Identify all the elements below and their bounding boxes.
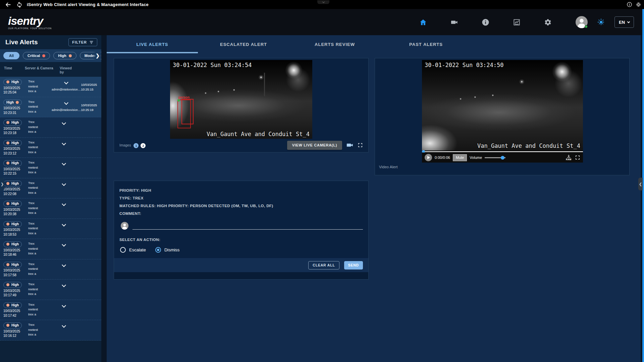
live-camera-icon[interactable] <box>346 141 354 149</box>
filter-icon <box>89 40 94 45</box>
main-panel: LIVE ALERTSESCALATED ALERTALERTS REVIEWP… <box>107 35 641 362</box>
view-live-camera-button[interactable]: VIEW LIVE CAMERA(L) <box>287 141 342 150</box>
video-caption: Van_Gaunt Ave and Conduit St_4 <box>477 142 580 149</box>
nav-cameras-icon[interactable] <box>450 18 458 26</box>
alert-row[interactable]: High10/03/202510:25:04Trexreetesttrex aa… <box>0 77 101 97</box>
alert-row[interactable]: High10/03/202510:23:18Trexreetesttrex a <box>0 117 101 138</box>
viewed-by-user: admin@intelexvision.... <box>52 88 81 91</box>
filter-chip-critical[interactable]: Critical <box>23 52 50 59</box>
priority-badge: High <box>3 282 22 288</box>
refresh-icon[interactable] <box>16 1 23 8</box>
viewed-timestamp <box>76 262 99 278</box>
expand-chevron-icon[interactable] <box>62 283 66 287</box>
app-header: isentry OUR PLATFORM, YOUR SOLUTION EN <box>0 9 644 35</box>
viewed-timestamp <box>76 221 99 237</box>
column-time: Time <box>4 66 25 74</box>
alert-row[interactable]: High10/03/202510:17:49Trexreetesttrex a <box>0 280 101 300</box>
alert-snapshot-image[interactable]: 30-01-2022 Sun 03:24:54 Van_Gaunt Ave an… <box>170 60 312 139</box>
volume-slider[interactable] <box>485 157 505 158</box>
server-camera-cell: Trexreetesttrex a <box>24 181 52 196</box>
nav-icons <box>419 18 552 26</box>
user-avatar[interactable] <box>576 16 588 28</box>
expand-chevron-icon[interactable] <box>62 141 66 145</box>
expand-chevron-icon[interactable] <box>62 161 66 166</box>
alert-video-frame[interactable]: 30-01-2022 Sun 03:24:50 Van_Gaunt Ave an… <box>422 60 583 150</box>
alert-row[interactable]: High10/03/202510:17:58Trexreetesttrex a <box>0 259 101 280</box>
viewed-timestamp <box>76 282 99 298</box>
server-camera-cell: Trexreetesttrex a <box>24 221 52 237</box>
alert-row[interactable]: High10/03/202510:22:08Trexreetesttrex a <box>0 178 101 199</box>
mute-button[interactable]: Mute <box>453 154 467 161</box>
nav-info-icon[interactable] <box>482 18 489 26</box>
expand-chevron-icon[interactable] <box>62 303 66 308</box>
back-icon[interactable] <box>5 1 11 8</box>
collapse-icon[interactable] <box>636 2 641 7</box>
panel-collapse-handle[interactable]: ❮ <box>638 178 643 190</box>
radio-escalate[interactable]: Escalate <box>120 247 146 253</box>
volume-knob[interactable] <box>501 156 504 160</box>
filter-chip-high[interactable]: High <box>53 52 76 59</box>
viewed-timestamp <box>76 322 99 338</box>
window-drag-tab[interactable] <box>317 0 329 4</box>
priority-line: PRIORITY: HIGH <box>119 188 363 192</box>
nav-reports-icon[interactable] <box>513 18 521 26</box>
window-title: iSentry Web Client alert Viewing & Manag… <box>27 2 149 7</box>
video-fullscreen-icon[interactable] <box>575 155 580 160</box>
download-raw-button[interactable]: RAW <box>566 155 572 161</box>
tab-live-alerts[interactable]: LIVE ALERTS <box>107 35 198 53</box>
radio-dismiss[interactable]: Dismiss <box>155 247 180 253</box>
tab-past-alerts[interactable]: PAST ALERTS <box>380 35 472 53</box>
alert-image-card: 30-01-2022 Sun 03:24:54 Van_Gaunt Ave an… <box>114 58 369 153</box>
server-camera-cell: Trexreetesttrex a <box>24 120 52 135</box>
tab-escalated-alert[interactable]: ESCALATED ALERT <box>198 35 289 53</box>
expand-chevron-icon[interactable] <box>62 323 66 328</box>
play-button[interactable] <box>425 154 432 161</box>
tab-alerts-review[interactable]: ALERTS REVIEW <box>289 35 380 53</box>
alert-row[interactable]: High10/03/202510:16:12Trexreetesttrex a <box>0 320 101 341</box>
image-page-2[interactable]: 2 <box>141 143 146 148</box>
alert-tabs: LIVE ALERTSESCALATED ALERTALERTS REVIEWP… <box>107 35 472 53</box>
chips-scroll-arrow[interactable]: ❯ <box>93 49 101 62</box>
expand-chevron-icon[interactable] <box>64 80 68 84</box>
alert-row[interactable]: High10/03/202510:18:46Trexreetesttrex a <box>0 239 101 259</box>
image-page-1[interactable]: 1 <box>133 143 139 148</box>
column-server-camera: Server & Camera <box>25 66 60 74</box>
alert-row[interactable]: High10/03/202510:17:42Trexreetesttrex a <box>0 300 101 320</box>
comment-input[interactable] <box>132 222 363 230</box>
nav-home-icon[interactable] <box>419 18 427 26</box>
server-camera-cell: Trexreetesttrex a <box>24 140 52 156</box>
expand-chevron-icon[interactable] <box>62 182 66 186</box>
language-selector[interactable]: EN <box>614 16 634 28</box>
expand-chevron-icon[interactable] <box>62 202 66 206</box>
alert-row[interactable]: High10/03/202510:18:53Trexreetesttrex a <box>0 219 101 239</box>
titlebar: iSentry Web Client alert Viewing & Manag… <box>0 0 644 9</box>
image-card-footer: Images 12 VIEW LIVE CAMERA(L) <box>114 138 368 152</box>
alert-row[interactable]: High10/03/202510:23:12Trexreetesttrex a <box>0 138 101 158</box>
expand-chevron-icon[interactable] <box>64 101 68 105</box>
video-controls: 0:00/0:06 Mute Volume RAW <box>422 153 583 163</box>
volume-label: Volume <box>470 156 482 160</box>
viewed-timestamp <box>76 181 99 196</box>
filter-button[interactable]: FILTER <box>68 38 97 46</box>
expand-chevron-icon[interactable] <box>62 263 66 267</box>
server-camera-cell: Trexreetesttrex a <box>24 302 52 318</box>
clear-all-button[interactable]: CLEAR ALL <box>308 261 339 269</box>
logo[interactable]: isentry OUR PLATFORM, YOUR SOLUTION <box>8 15 52 29</box>
alert-row[interactable]: High10/03/202510:22:15Trexreetesttrex a <box>0 158 101 178</box>
send-button[interactable]: SEND <box>344 261 363 269</box>
nav-settings-icon[interactable] <box>544 18 552 26</box>
expand-chevron-icon[interactable] <box>62 242 66 247</box>
server-camera-cell: Trexreetesttrex a <box>24 282 52 298</box>
alert-row[interactable]: High10/03/202510:23:31Trexreetesttrex aa… <box>0 97 101 118</box>
filter-chip-all[interactable]: All <box>3 52 19 59</box>
theme-toggle-icon[interactable] <box>597 18 605 26</box>
info-icon[interactable] <box>627 2 632 7</box>
fullscreen-icon[interactable] <box>358 142 363 148</box>
video-time: 0:00/0:06 <box>435 156 450 160</box>
sidebar-collapse-handle[interactable]: ❯ <box>0 178 4 190</box>
titlebar-actions <box>627 0 641 9</box>
alert-row[interactable]: High10/03/202510:20:38Trexreetesttrex a <box>0 198 101 219</box>
expand-chevron-icon[interactable] <box>62 222 66 227</box>
expand-chevron-icon[interactable] <box>62 121 66 125</box>
viewed-timestamp <box>76 302 99 318</box>
